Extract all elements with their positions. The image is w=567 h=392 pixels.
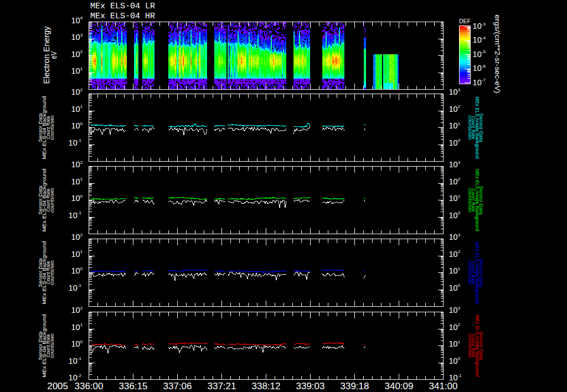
svg-text:counts/sec: counts/sec — [49, 260, 55, 285]
svg-text:eV: eV — [49, 51, 58, 59]
svg-text:336:00: 336:00 — [75, 381, 104, 391]
svg-text:ergs/(cm**2-sr-sec-eV): ergs/(cm**2-sr-sec-eV) — [493, 15, 502, 94]
svg-text:counts/sec: counts/sec — [467, 333, 473, 358]
svg-text:340:09: 340:09 — [385, 381, 414, 391]
svg-text:MEx ELS-04 LR: MEx ELS-04 LR — [90, 2, 155, 11]
svg-text:counts/sec: counts/sec — [467, 188, 473, 213]
svg-text:2005: 2005 — [47, 381, 68, 391]
svg-text:341:00: 341:00 — [429, 381, 458, 391]
svg-text:counts/sec: counts/sec — [49, 333, 55, 358]
svg-text:338:12: 338:12 — [252, 381, 281, 391]
svg-text:counts/sec: counts/sec — [467, 115, 473, 140]
svg-text:MEx ELS-04 HR: MEx ELS-04 HR — [90, 12, 155, 21]
svg-text:336:15: 336:15 — [119, 381, 148, 391]
svg-text:339:03: 339:03 — [296, 381, 325, 391]
svg-text:337:06: 337:06 — [163, 381, 192, 391]
svg-text:counts/sec: counts/sec — [467, 260, 473, 285]
svg-text:counts/sec: counts/sec — [49, 115, 55, 140]
svg-text:339:18: 339:18 — [341, 381, 369, 391]
svg-text:DEF: DEF — [459, 18, 471, 24]
svg-text:337:21: 337:21 — [208, 381, 236, 391]
svg-text:counts/sec: counts/sec — [49, 188, 55, 213]
